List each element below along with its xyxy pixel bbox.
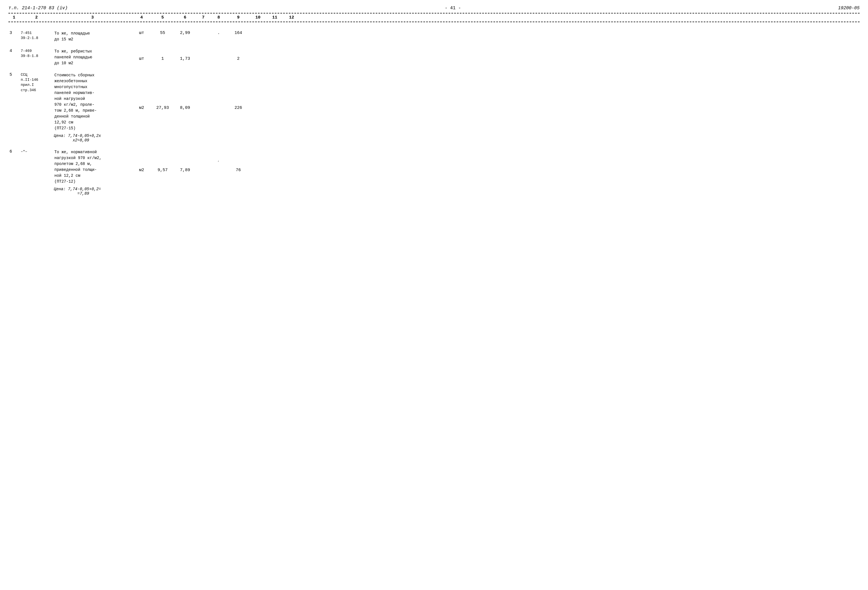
table-row: 6 –"– То же, нормативной нагрузкой 970 к… [9,149,859,185]
row-desc-5: Стоимость сборных железобетонных многопу… [53,72,132,132]
row-col6-4: 1,73 [174,48,196,62]
col-header-9: 9 [227,15,249,20]
row-col10-4 [249,48,266,49]
row-num-6: 6 [9,149,20,155]
row-col11-6 [266,149,283,150]
col-header-5: 5 [151,15,174,20]
row-unit-5: м2 [132,72,151,111]
table-body: 3 7-451 39-2-1.8 То же, площадью до 15 м… [9,25,859,196]
row-col5-3: 55 [151,30,174,36]
row-col11-4 [266,48,283,49]
row-code-5: ССЦ п.II-146 прил.I стр.346 [20,72,53,93]
row-num-5: 5 [9,72,20,78]
header-center: - 41 - [445,6,461,11]
row-col6-5: 8,09 [174,72,196,111]
row-col12-4 [283,48,300,49]
row-col12-6 [283,149,300,150]
row-col9-6: 76 [227,149,249,173]
row-num-4: 4 [9,48,20,54]
gap-before-row6 [9,143,859,149]
table-row: 3 7-451 39-2-1.8 То же, площадью до 15 м… [9,30,859,43]
col-header-3: 3 [53,15,132,20]
row-col8-4 [210,48,227,49]
row-col9-5: 226 [227,72,249,111]
row-col8-6: , [210,149,227,163]
col-header-10: 10 [249,15,266,20]
row-unit-6: м2 [132,149,151,173]
row-col9-4: 2 [227,48,249,62]
row-num-3: 3 [9,30,20,36]
row-desc-6: То же, нормативной нагрузкой 970 кг/м2, … [53,149,132,185]
row-col6-3: 2,99 [174,30,196,36]
price-note-5: Цена: 7,74-0,05+0,2х х2=8,09 [9,133,859,142]
row-col10-3 [249,30,266,31]
row-code-6: –"– [20,149,53,155]
row-col10-6 [249,149,266,150]
col-header-12: 12 [283,15,300,20]
row-col7-5 [196,72,210,73]
column-headers: 1 2 3 4 5 6 7 8 9 10 11 12 [9,15,859,20]
row-col8-3: . [210,30,227,36]
table-row: 4 7-469 39-8-1.8 То же, ребристых панеле… [9,48,859,67]
gap-before-row5 [9,67,859,72]
col-header-7: 7 [196,15,210,20]
row-unit-4: шт [132,48,151,62]
col-header-4: 4 [132,15,151,20]
header-left: т.п. 214-1-270 83 (iv) [9,6,68,11]
row-col9-3: 164 [227,30,249,36]
row-code-4: 7-469 39-8-1.8 [20,48,53,59]
row-unit-3: шт [132,30,151,36]
row-col5-6: 9,57 [151,149,174,173]
row-col8-5 [210,72,227,73]
col-header-1: 1 [9,15,20,20]
row-col7-3 [196,30,210,31]
row-desc-4: То же, ребристых панелей площадью до 10 … [53,48,132,67]
row-col12-5 [283,72,300,73]
row-col10-5 [249,72,266,73]
row-code-3: 7-451 39-2-1.8 [20,30,53,41]
row-col12-3 [283,30,300,31]
header-divider [9,22,859,22]
row-col5-4: 1 [151,48,174,62]
gap-before-row3 [9,25,859,30]
row-col6-6: 7,89 [174,149,196,173]
header-right: 19200-05 [838,6,859,11]
header: т.п. 214-1-270 83 (iv) - 41 - 19200-05 [9,6,859,11]
top-divider [9,13,859,13]
col-header-8: 8 [210,15,227,20]
col-header-6: 6 [174,15,196,20]
row-col7-6 [196,149,210,150]
gap-before-row4 [9,43,859,48]
page-container: т.п. 214-1-270 83 (iv) - 41 - 19200-05 1… [9,6,859,196]
col-header-2: 2 [20,15,53,20]
row-col5-5: 27,93 [151,72,174,111]
row-col11-3 [266,30,283,31]
row-col7-4 [196,48,210,49]
col-header-11: 11 [266,15,283,20]
row-desc-3: То же, площадью до 15 м2 [53,30,132,43]
row-col11-5 [266,72,283,73]
table-row: 5 ССЦ п.II-146 прил.I стр.346 Стоимость … [9,72,859,132]
price-note-6: Цена: 7,74-0,05+0,2= =7,89 [9,187,859,196]
